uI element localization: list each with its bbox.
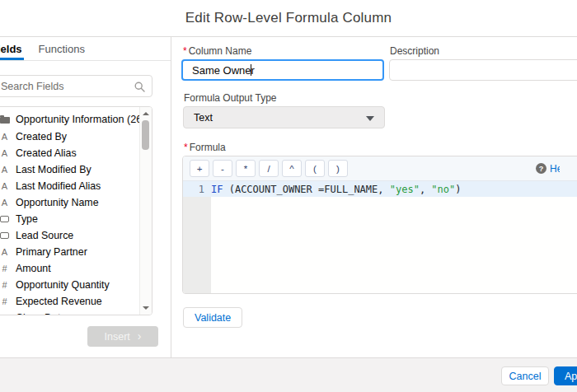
sidebar: FieldsFunctions Opportunity Information … [0, 37, 171, 357]
field-list-item[interactable]: # Opportunity Quantity [0, 277, 152, 293]
operator-button[interactable]: * [236, 160, 256, 177]
field-list-item[interactable]: A Created By [0, 128, 152, 145]
fields-group-header[interactable]: Opportunity Information (26) [0, 110, 152, 128]
field-label: Created Alias [16, 147, 77, 159]
output-type-label: Formula Output Type [184, 92, 277, 104]
text-cursor [251, 64, 251, 76]
line-number: 1 [183, 184, 211, 195]
operator-button[interactable]: ( [305, 160, 325, 177]
field-label: Last Modified Alias [16, 180, 101, 192]
code-line[interactable]: 1 IF (ACCOUNT_OWNER =FULL_NAME, "yes", "… [183, 181, 577, 197]
column-name-input[interactable] [181, 59, 384, 81]
text-field-icon: A [0, 149, 10, 158]
operator-button[interactable]: + [190, 160, 209, 177]
dialog-title: Edit Row-Level Formula Column [185, 10, 392, 26]
field-label: Type [16, 213, 38, 225]
search-fields-input[interactable] [0, 75, 152, 97]
tabs-divider [0, 60, 171, 61]
editor-content-bg[interactable] [211, 197, 577, 293]
sidebar-tabs: FieldsFunctions [0, 37, 87, 60]
search-fields-box [0, 75, 152, 97]
gutter [183, 197, 211, 293]
field-list-item[interactable]: # Expected Revenue [0, 293, 152, 310]
field-label: Created By [16, 131, 67, 142]
description-input[interactable] [389, 59, 577, 81]
search-icon [134, 81, 145, 96]
insert-button[interactable]: Insert › [87, 326, 158, 347]
text-field-icon: A [0, 166, 10, 175]
edit-row-level-formula-dialog: Edit Row-Level Formula Column FieldsFunc… [0, 0, 577, 392]
code-token: "yes" [390, 184, 420, 195]
validate-button[interactable]: Validate [183, 307, 242, 328]
field-list-item[interactable]: Type [0, 211, 152, 227]
code-area[interactable]: 1 IF (ACCOUNT_OWNER =FULL_NAME, "yes", "… [183, 181, 577, 197]
operator-buttons: +-*/^() [190, 160, 348, 177]
text-field-icon: A [0, 248, 10, 257]
field-label: Primary Partner [16, 246, 87, 258]
formula-editor[interactable]: +-*/^() ? Help 1 IF (ACCOUNT_OWNER =FULL… [182, 156, 577, 294]
code-token: ) [455, 184, 461, 195]
line-code: IF (ACCOUNT_OWNER =FULL_NAME, "yes", "no… [211, 184, 461, 195]
scroll-down-icon[interactable] [143, 306, 149, 310]
text-field-icon: A [0, 133, 10, 142]
main-panel: *Column Name Description Formula Output … [171, 37, 577, 357]
scrollbar-thumb[interactable] [142, 120, 149, 150]
sidebar-tab[interactable]: Fields [0, 37, 24, 60]
operator-button[interactable]: / [259, 160, 279, 177]
fields-group-label: Opportunity Information (26) [16, 114, 146, 125]
text-field-icon: A [0, 198, 10, 208]
formula-label: *Formula [184, 142, 226, 153]
field-label: Opportunity Name [16, 197, 99, 208]
cancel-button[interactable]: Cancel [501, 366, 549, 385]
help-icon: ? [536, 163, 547, 174]
picklist-icon [0, 216, 10, 222]
tab-label: Functions [39, 43, 85, 55]
fields-list-scrollbar[interactable] [139, 107, 152, 315]
field-list-item[interactable]: # Close Date [0, 310, 152, 315]
number-field-icon: # [0, 264, 10, 273]
field-list-item[interactable]: # Amount [0, 260, 152, 277]
field-list-item[interactable]: A Last Modified Alias [0, 178, 152, 194]
chevron-right-icon: › [138, 330, 142, 342]
code-token: (ACCOUNT_OWNER =FULL_NAME, [223, 184, 389, 195]
output-type-dropdown[interactable]: Text [183, 106, 385, 128]
field-list-item[interactable]: A Last Modified By [0, 161, 152, 178]
number-field-icon: # [0, 297, 10, 306]
field-label: Close Date [16, 312, 66, 315]
folder-icon [0, 115, 10, 124]
number-field-icon: # [0, 281, 10, 290]
field-list-item[interactable]: A Created Alias [0, 145, 152, 161]
editor-empty-area [183, 197, 577, 293]
description-label: Description [390, 45, 439, 57]
help-label: Help [550, 163, 560, 175]
number-field-icon: # [0, 314, 10, 316]
fields-items: A Created By A Created Alias A Last Modi… [0, 128, 152, 315]
fields-list: Opportunity Information (26) A Created B… [0, 106, 152, 315]
operator-button[interactable]: - [213, 160, 232, 177]
formula-help-link[interactable]: ? Help [536, 156, 560, 180]
scroll-up-icon[interactable] [143, 112, 149, 115]
formula-toolbar: +-*/^() ? Help [183, 156, 577, 181]
output-type-value: Text [194, 112, 213, 124]
field-label: Last Modified By [16, 164, 91, 175]
field-label: Amount [16, 263, 51, 274]
operator-button[interactable]: ) [328, 160, 348, 177]
text-field-icon: A [0, 182, 10, 191]
field-list-item[interactable]: A Primary Partner [0, 244, 152, 260]
field-label: Expected Revenue [16, 296, 102, 307]
apply-button[interactable]: Apply [554, 366, 577, 385]
required-asterisk: * [184, 142, 188, 153]
operator-button[interactable]: ^ [282, 160, 302, 177]
field-list-item[interactable]: A Opportunity Name [0, 194, 152, 211]
tab-label: Fields [0, 43, 22, 55]
chevron-down-icon [366, 116, 374, 121]
field-label: Lead Source [16, 230, 73, 241]
dialog-footer: Cancel Apply [0, 357, 577, 392]
field-list-item[interactable]: Lead Source [0, 227, 152, 244]
sidebar-tab[interactable]: Functions [37, 37, 87, 60]
code-token: "no" [431, 184, 455, 195]
dialog-header: Edit Row-Level Formula Column [0, 0, 577, 37]
required-asterisk: * [183, 45, 187, 57]
code-token: , [420, 184, 431, 195]
insert-button-label: Insert [105, 331, 130, 343]
